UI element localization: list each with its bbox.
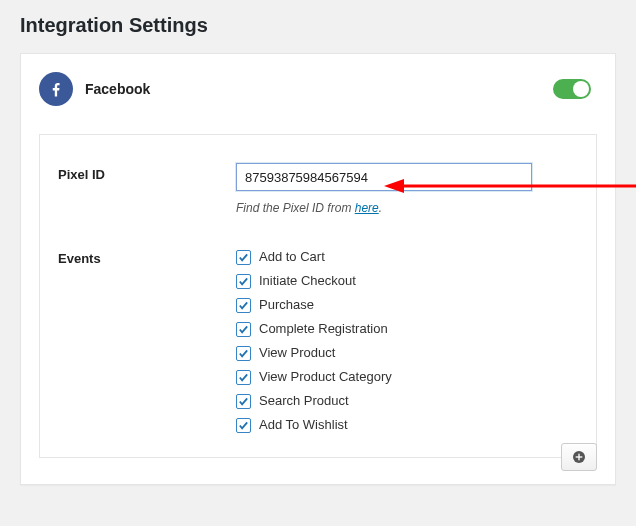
event-label-initiate-checkout: Initiate Checkout <box>259 271 356 291</box>
events-body: Add to CartInitiate CheckoutPurchaseComp… <box>236 247 578 435</box>
event-label-view-product-category: View Product Category <box>259 367 392 387</box>
event-label-view-product: View Product <box>259 343 335 363</box>
event-item-view-product: View Product <box>236 343 578 363</box>
page-title: Integration Settings <box>20 14 616 37</box>
events-row: Events Add to CartInitiate CheckoutPurch… <box>58 247 578 435</box>
event-item-add-to-cart: Add to Cart <box>236 247 578 267</box>
event-checkbox-add-to-cart[interactable] <box>236 250 251 265</box>
help-suffix: . <box>379 201 382 215</box>
integration-form: Pixel ID Find the Pixel ID from here. Ev… <box>39 134 597 458</box>
event-label-search-product: Search Product <box>259 391 349 411</box>
event-checkbox-search-product[interactable] <box>236 394 251 409</box>
event-label-add-to-cart: Add to Cart <box>259 247 325 267</box>
pixel-id-help: Find the Pixel ID from here. <box>236 201 578 215</box>
panel-header: Facebook <box>39 72 597 106</box>
event-checkbox-view-product[interactable] <box>236 346 251 361</box>
event-checkbox-purchase[interactable] <box>236 298 251 313</box>
event-item-add-to-wishlist: Add To Wishlist <box>236 415 578 435</box>
integration-panel: Facebook Pixel ID Find the Pixel ID from… <box>20 53 616 485</box>
panel-header-left: Facebook <box>39 72 150 106</box>
svg-rect-2 <box>576 456 583 457</box>
plus-circle-icon <box>571 449 587 465</box>
enable-toggle[interactable] <box>553 79 591 99</box>
pixel-id-input[interactable] <box>236 163 532 191</box>
help-link[interactable]: here <box>355 201 379 215</box>
event-item-initiate-checkout: Initiate Checkout <box>236 271 578 291</box>
help-prefix: Find the Pixel ID from <box>236 201 355 215</box>
event-item-complete-registration: Complete Registration <box>236 319 578 339</box>
add-integration-button[interactable] <box>561 443 597 471</box>
event-item-purchase: Purchase <box>236 295 578 315</box>
event-item-search-product: Search Product <box>236 391 578 411</box>
event-label-purchase: Purchase <box>259 295 314 315</box>
pixel-id-row: Pixel ID Find the Pixel ID from here. <box>58 163 578 215</box>
events-list: Add to CartInitiate CheckoutPurchaseComp… <box>236 247 578 435</box>
event-label-complete-registration: Complete Registration <box>259 319 388 339</box>
event-checkbox-view-product-category[interactable] <box>236 370 251 385</box>
toggle-knob <box>573 81 589 97</box>
event-checkbox-complete-registration[interactable] <box>236 322 251 337</box>
pixel-id-body: Find the Pixel ID from here. <box>236 163 578 215</box>
facebook-icon <box>39 72 73 106</box>
event-checkbox-initiate-checkout[interactable] <box>236 274 251 289</box>
pixel-id-label: Pixel ID <box>58 163 236 182</box>
integration-title: Facebook <box>85 81 150 97</box>
event-checkbox-add-to-wishlist[interactable] <box>236 418 251 433</box>
events-label: Events <box>58 247 236 266</box>
event-label-add-to-wishlist: Add To Wishlist <box>259 415 348 435</box>
event-item-view-product-category: View Product Category <box>236 367 578 387</box>
